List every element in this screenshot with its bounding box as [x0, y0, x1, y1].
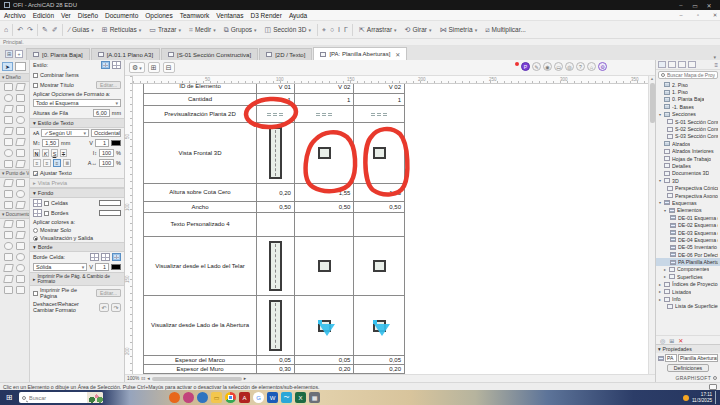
menu-edicion[interactable]: Edición	[33, 12, 54, 19]
schedule-id-field[interactable]: PA	[665, 354, 677, 362]
wall-tool-icon[interactable]	[4, 83, 13, 91]
plan-preview-cell[interactable]	[257, 106, 295, 122]
calculator-icon[interactable]: ▦	[309, 392, 320, 403]
tree-item[interactable]: ▸Info	[656, 295, 720, 302]
polyline-tool-icon[interactable]	[16, 264, 25, 272]
line-type-select[interactable]: Sólida▾	[33, 263, 87, 271]
schedule-name-field[interactable]: Planilla Aberturas	[678, 354, 718, 362]
firefox-icon[interactable]	[169, 392, 180, 403]
scroll-left-icon[interactable]: ◂	[147, 376, 149, 381]
app-pink-icon[interactable]	[183, 392, 194, 403]
cell-value[interactable]	[295, 213, 355, 236]
align-justify-button[interactable]: ≣	[63, 159, 71, 167]
new-tab-icon[interactable]: +	[15, 50, 23, 58]
chevron-down-icon[interactable]: ▾	[658, 200, 662, 205]
cell-value[interactable]: 1	[295, 94, 355, 105]
bordes-color-swatch[interactable]	[99, 210, 121, 216]
cell-value[interactable]: 0,05	[354, 356, 404, 364]
tree-item[interactable]: Perspectiva Cónica	[656, 184, 720, 191]
tree-item[interactable]: Hojas de Trabajo	[656, 155, 720, 162]
navigator-search-input[interactable]	[667, 72, 715, 78]
spline-tool-icon[interactable]	[3, 275, 14, 283]
view-map-icon[interactable]	[668, 61, 676, 68]
layer-combination-icon[interactable]: ◉	[543, 62, 552, 71]
menu-archivo[interactable]: Archivo	[4, 12, 26, 19]
strikethrough-button[interactable]: T	[60, 149, 67, 157]
tree-item[interactable]: ▾3D	[656, 177, 720, 184]
fuente-select[interactable]: ✓Según UI▾	[41, 129, 89, 137]
elevation-tool-icon[interactable]	[16, 179, 25, 187]
editar-pie-button[interactable]: Editar...	[96, 289, 121, 297]
help-icon[interactable]: ?	[576, 62, 585, 71]
chevron-down-icon[interactable]: ▾	[663, 208, 667, 213]
beam-tool-icon[interactable]	[3, 105, 14, 113]
script-select[interactable]: Occidental	[91, 129, 121, 137]
chevron-right-icon[interactable]: ▸	[658, 289, 662, 294]
taskbar-search[interactable]	[19, 392, 103, 403]
trace-dropdown[interactable]: ▭Trazar▾	[147, 25, 183, 35]
visualizacion-salida-radio[interactable]	[33, 236, 38, 241]
tree-item[interactable]: ▾Esquemas	[656, 199, 720, 206]
section3d-dropdown[interactable]: ◫Sección 3D▾	[263, 25, 313, 35]
alturas-fila-input[interactable]: 6,00	[93, 109, 110, 117]
scroll-right-icon[interactable]: ▸	[244, 376, 246, 381]
excel-icon[interactable]: X	[295, 392, 306, 403]
edge-icon[interactable]	[197, 392, 208, 403]
tree-item[interactable]: DE-03 Esquema de P	[656, 229, 720, 236]
tree-item[interactable]: S-02 Sección Constru	[656, 125, 720, 132]
table-row-cantidad[interactable]: Cantidad 1 1 1	[144, 93, 404, 105]
front-view-cell[interactable]	[295, 123, 355, 183]
estilo-texto-header[interactable]: ▾ Estilo de Texto	[30, 118, 124, 128]
delete-icon[interactable]: ✕	[678, 337, 683, 344]
italic-button[interactable]: K	[42, 149, 49, 157]
drawing-tool-icon[interactable]	[16, 286, 25, 294]
border-pen-input[interactable]: 1	[95, 263, 109, 271]
menu-teamwork[interactable]: Teamwork	[180, 12, 210, 19]
profile-icon[interactable]: P	[521, 62, 530, 71]
stair-tool-icon[interactable]	[3, 127, 14, 135]
table-row-espesor-marco[interactable]: Espesor del Marco 0,05 0,05 0,05	[144, 355, 404, 364]
reveal-side-cell[interactable]	[354, 237, 404, 295]
font-size-input[interactable]: 1,50	[42, 139, 59, 147]
pen-set-icon[interactable]: ✎	[532, 62, 541, 71]
navigator-search[interactable]	[658, 71, 718, 79]
column-tool-icon[interactable]	[4, 94, 13, 102]
hscroll-thumb[interactable]	[152, 377, 242, 381]
menu-opciones[interactable]: Opciones	[145, 12, 172, 19]
mirror-dropdown[interactable]: ⋈Simetría▾	[437, 25, 479, 35]
zoom-fit-icon[interactable]: ⊡	[141, 376, 145, 381]
navigator-menu-icon[interactable]: ≡	[714, 62, 718, 68]
tree-item[interactable]: S-01 Sección Constru	[656, 118, 720, 125]
marquee-tool[interactable]	[15, 62, 26, 71]
line-tool-icon[interactable]	[16, 253, 25, 261]
horizontal-ruler[interactable]: 50 100 150 200 250 300 350	[133, 76, 648, 84]
pen-number-input[interactable]: 1	[95, 139, 109, 147]
camera-icon[interactable]: ◎	[565, 62, 574, 71]
tree-item[interactable]: ▸Índices de Proyecto	[656, 281, 720, 288]
mesh-tool-icon[interactable]	[4, 149, 13, 157]
drag-dropdown[interactable]: ⇱Arrastrar▾	[357, 25, 399, 35]
front-view-cell[interactable]	[354, 123, 404, 183]
fill-tool-icon[interactable]	[4, 253, 13, 261]
menu-diseno[interactable]: Diseño	[78, 12, 98, 19]
start-button[interactable]: ⊞	[2, 393, 16, 402]
minimize-button[interactable]: –	[674, 2, 688, 8]
menu-ayuda[interactable]: Ayuda	[289, 12, 307, 19]
project-map-icon[interactable]	[658, 61, 666, 68]
schedule-sheet[interactable]: ID de Elemento V 01 V 02 V 02 Cantidad 1…	[133, 84, 648, 374]
guides-dropdown[interactable]: ∕Guías▾	[67, 25, 96, 34]
redo-icon[interactable]: ↷	[27, 26, 33, 34]
roof-tool-icon[interactable]	[4, 116, 13, 124]
imprimir-header[interactable]: ▸ Imprimir Pie de Pág. & Cambio de Forma…	[30, 272, 124, 286]
tree-item[interactable]: DE-04 Esquema de T	[656, 236, 720, 243]
quick-settings-gear-icon[interactable]: ⚙	[598, 62, 607, 71]
shell-tool-icon[interactable]	[16, 116, 25, 124]
border-none-button[interactable]	[90, 253, 99, 261]
tree-item[interactable]: -1. Bases	[656, 103, 720, 110]
tree-item-selected[interactable]: PA Planilla Aberturas	[656, 258, 720, 265]
reveal-side-cell[interactable]	[257, 237, 295, 295]
tree-item[interactable]: Alzados	[656, 140, 720, 147]
opening-side-cell[interactable]	[354, 296, 404, 355]
table-row-espesor-muro[interactable]: Espesor del Muro 0,30 0,20 0,20	[144, 364, 404, 373]
tree-item[interactable]: ▾Secciones	[656, 111, 720, 118]
